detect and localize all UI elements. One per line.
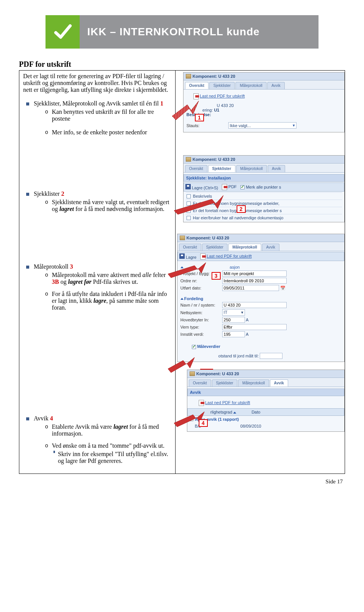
circle-icon: o [45, 199, 48, 212]
circle-icon: o [45, 442, 48, 449]
tab-oversikt[interactable]: Oversikt [189, 379, 211, 387]
screenshot-sjekklister: Komponent: U 433 20 Oversikt Sjekklister… [183, 155, 345, 222]
vern-label: Vern type: [180, 325, 222, 329]
tab-maleprotokoll[interactable]: Måleprotokoll [236, 165, 267, 172]
inn-input[interactable] [222, 331, 245, 337]
avvik-header: Avvik [187, 389, 344, 396]
page-title: PDF for utskrift [19, 60, 345, 69]
list-item[interactable]: Beskrivels [186, 192, 342, 200]
bullet-icon [26, 193, 29, 196]
tab-avvik[interactable]: Avvik [270, 379, 288, 387]
bullet-icon [26, 417, 29, 420]
b1-head: Sjekklister, Måleprotokoll og Avvik saml… [34, 100, 159, 107]
checkmark-icon [46, 15, 80, 49]
screenshot-oversikt: Komponent: U 433 20 Oversikt Sjekklister… [183, 72, 345, 132]
b4-head: Avvik [34, 415, 49, 422]
component-title: Komponent: U 433 20 [196, 371, 239, 376]
tab-avvik[interactable]: Avvik [262, 244, 279, 251]
save-icon [179, 253, 185, 259]
tab-sjekklister[interactable]: Sjekklister [208, 165, 235, 172]
circle-icon: o [45, 291, 48, 311]
pdf-download-link[interactable]: Last ned PDF for utskrift [200, 253, 252, 260]
pdf-button[interactable]: PDF [222, 184, 237, 190]
tab-maleprotokoll[interactable]: Måleprotokoll [235, 82, 266, 89]
collapse-icon[interactable] [180, 266, 184, 268]
intro-text: Det er lagt til rette for generering av … [23, 73, 171, 93]
save-button[interactable]: Lagre [179, 253, 196, 260]
save-icon [185, 184, 191, 189]
pdf-download-link[interactable]: Last ned PDF for utskrift [200, 94, 245, 98]
main-content-box: Det er lagt til rette for generering av … [19, 70, 345, 474]
pdf-download-link[interactable]: Last ned PDF for utskrift [205, 400, 250, 405]
col-dato[interactable]: Dato [251, 410, 260, 414]
component-id: U 433 20 [217, 103, 234, 108]
vern-input[interactable] [222, 324, 287, 330]
checkbox[interactable] [187, 209, 191, 213]
malev-input[interactable] [260, 353, 282, 359]
list-item[interactable]: Er det foretatt noen bygningsmessige arb… [186, 207, 342, 214]
component-title: Komponent: U 433 20 [193, 74, 235, 79]
save-button[interactable]: Lagre (Ctrl+S) [185, 184, 218, 190]
badge-2: 2 [237, 205, 246, 213]
pdf-icon [193, 93, 199, 99]
minus-icon[interactable]: − [190, 417, 193, 421]
utfort-label: Utført dato: [180, 286, 222, 290]
tab-oversikt[interactable]: Oversikt [185, 165, 207, 172]
list-item[interactable]: Har eier/bruker har all nødvendige dokum… [186, 214, 342, 221]
ering-value: U1 [214, 108, 219, 112]
hoved-label: Hovedbryter In: [180, 318, 222, 322]
circle-icon: o [45, 423, 48, 437]
navn-input[interactable] [222, 302, 287, 308]
tab-maleprotokoll[interactable]: Måleprotokoll [238, 379, 269, 387]
malev-row-label: otstand til jord målt til: [218, 354, 259, 358]
chevron-down-icon: ▾ [293, 123, 295, 128]
tab-sjekklister[interactable]: Sjekklister [202, 244, 228, 251]
nett-label: Nettsystem: [180, 310, 222, 315]
b2-num: 2 [61, 190, 64, 197]
banner-title: IKK – INTERNKONTROLL kunde [87, 26, 260, 38]
screenshot-avvik: Komponent: U 433 20 Oversikt Sjekklister… [187, 370, 345, 432]
avvik-date: 08/09/2010 [240, 424, 261, 428]
tab-avvik[interactable]: Avvik [268, 165, 285, 172]
fordeling-header: Fordeling [184, 296, 203, 301]
tab-oversikt[interactable]: Oversikt [185, 82, 209, 89]
circle-icon: o [45, 109, 48, 122]
b2-s1: Sjekklistene må være valgt ut, eventuelt… [52, 199, 171, 212]
pdf-icon [199, 400, 204, 406]
hoved-input[interactable] [222, 317, 245, 323]
checkbox[interactable] [187, 216, 191, 220]
date-input[interactable] [222, 285, 279, 291]
circle-icon: o [45, 272, 48, 285]
collapse-icon[interactable] [180, 298, 184, 300]
b1-s2: Mer info, se de enkelte poster nedenfor [52, 129, 147, 136]
tab-avvik[interactable]: Avvik [267, 82, 285, 89]
tab-sjekklister[interactable]: Sjekklister [209, 82, 235, 89]
tab-maleprotokoll[interactable]: Måleprotokoll [228, 244, 261, 251]
b2-head: Sjekklister [34, 190, 60, 197]
ordre-input[interactable] [222, 278, 287, 284]
page-number: Side 17 [19, 478, 345, 485]
check-all[interactable]: Merk alle punkter s [240, 185, 281, 190]
b3-s1: Måleprotokoll må være aktivert med alle … [52, 272, 171, 285]
component-icon [186, 74, 191, 79]
checkbox[interactable] [187, 194, 191, 198]
checkbox[interactable] [187, 201, 191, 206]
bullet-icon [26, 266, 29, 269]
maleverdier-checkbox[interactable] [192, 345, 196, 349]
col-alvorlighet[interactable]: rlighetsgrad [210, 410, 237, 414]
nett-select[interactable]: IT▾ [222, 309, 245, 316]
component-title: Komponent: U 433 20 [187, 236, 229, 240]
list-item[interactable]: Er det foretatt noen bygningsmessige arb… [186, 200, 342, 207]
b4-s1: Etablerte Avvik må være lagret for å få … [52, 423, 171, 437]
calendar-icon[interactable]: 📅 [280, 286, 286, 290]
tab-sjekklister[interactable]: Sjekklister [212, 379, 238, 387]
badge-4: 4 [199, 419, 208, 427]
tab-oversikt[interactable]: Oversikt [179, 244, 201, 251]
chevron-down-icon: ▾ [241, 310, 243, 315]
b3-num: 3 [70, 263, 73, 270]
b1-num: 1 [160, 100, 163, 107]
status-select[interactable]: Ikke valgt...▾ [228, 122, 297, 129]
b1-s1: Kan benyttes ved utskrift av fil for all… [52, 109, 171, 122]
left-column: Det er lagt til rette for generering av … [19, 71, 176, 474]
prosjekt-input[interactable] [222, 271, 287, 277]
